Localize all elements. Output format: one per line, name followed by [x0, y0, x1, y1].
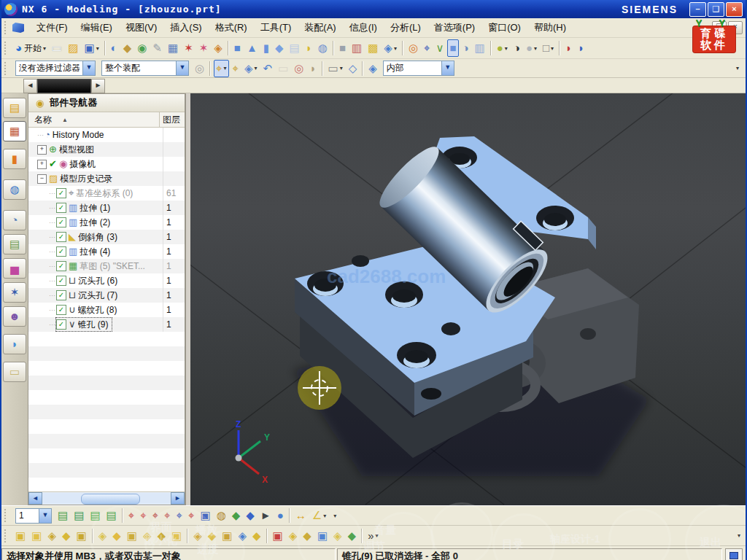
edit-params-icon[interactable]: ◈	[287, 527, 300, 545]
toolbar-overflow-icon[interactable]: ▾	[330, 507, 338, 524]
wcs-save-icon[interactable]: ▣	[198, 507, 212, 524]
tree-row[interactable]: ···✓▥拉伸 (1)1	[28, 201, 185, 215]
layers-icon[interactable]: ▩	[365, 39, 380, 57]
toolbar-overflow-icon[interactable]: ▾	[732, 60, 741, 77]
assembly-navigator-tab[interactable]: ▤	[3, 98, 26, 118]
layer-stack-icon-2[interactable]: ▤	[71, 507, 86, 524]
clip-window-icon[interactable]	[725, 548, 743, 560]
sync-pull-face-icon[interactable]: ◆	[206, 527, 219, 545]
tools-palette-tab[interactable]: ✶	[3, 282, 26, 303]
wcs-origin-icon[interactable]: ⌖	[138, 507, 148, 524]
block-feature-icon[interactable]: ■	[232, 39, 243, 57]
expression-icon[interactable]: ▣	[315, 527, 330, 545]
sew-icon[interactable]: ◆	[60, 527, 73, 545]
orient-csys-icon[interactable]: ⌖	[422, 39, 432, 57]
overflow-chevron-icon[interactable]: »▾	[365, 527, 380, 545]
point-loop-icon[interactable]: ✶	[197, 39, 211, 57]
columns-icon[interactable]: ▥	[349, 39, 364, 57]
tree-row[interactable]: ···✓▦草图 (5) "SKET...1	[28, 259, 185, 273]
layout-grid-icon[interactable]: ▦	[166, 39, 180, 57]
scroll-left-icon[interactable]: ◄	[23, 79, 37, 93]
interior-combo[interactable]: 内部 ▼	[383, 61, 454, 76]
offset-face-icon[interactable]: ◆	[155, 527, 168, 545]
menu-格式(R)[interactable]: 格式(R)	[209, 20, 254, 35]
cursor-icon[interactable]: ►	[258, 507, 274, 524]
start-button[interactable]: ◕开始▾	[13, 39, 48, 57]
mirror-feature-icon[interactable]: ◆	[110, 527, 123, 545]
playback-icon[interactable]: ◆	[346, 527, 359, 545]
horizontal-scrollbar[interactable]: ◄ ►	[28, 491, 185, 505]
expander-icon[interactable]: +	[37, 160, 47, 169]
menu-编辑(E)[interactable]: 编辑(E)	[74, 20, 119, 35]
target-icon[interactable]: ◎	[292, 60, 306, 77]
feature-checkbox[interactable]: ✓	[56, 319, 66, 330]
feature-checkbox[interactable]: ✓	[56, 276, 66, 286]
import-part-icon[interactable]: ◗	[576, 39, 587, 57]
close-button[interactable]: ×	[726, 2, 743, 17]
pages-icon[interactable]: ▤	[287, 39, 302, 57]
roles-tab[interactable]: ☻	[3, 306, 26, 327]
part-cleanup-icon[interactable]: ◈	[331, 527, 344, 545]
sync-move-face-icon[interactable]: ◈	[191, 527, 204, 545]
measure-angle-icon[interactable]: ∠▾	[310, 507, 328, 524]
chain-link-icon[interactable]: ◎	[193, 60, 206, 77]
snap-feature-icon[interactable]: ◈▾	[242, 60, 260, 77]
move-object-icon[interactable]: ◆	[230, 507, 243, 524]
trim-body-icon[interactable]: ▣	[125, 527, 139, 545]
layer-stack-icon-1[interactable]: ▤	[55, 507, 70, 524]
pattern-icon[interactable]: ◈	[96, 527, 109, 545]
open-folder-icon[interactable]: ▨	[66, 39, 80, 57]
tree-row[interactable]: ···✓∨锥孔 (9)1	[28, 317, 185, 332]
wrench-icon[interactable]: ◈	[212, 39, 225, 57]
rainbow-palette-tab[interactable]: ▅	[3, 258, 26, 279]
name-column-header[interactable]: 名称 ▲	[28, 112, 160, 127]
sync-replace-icon[interactable]: ◆	[250, 527, 263, 545]
feature-checkbox[interactable]: ✓	[56, 217, 66, 228]
snap-ball-icon[interactable]: ●	[275, 507, 286, 524]
part-navigator-tab[interactable]: ▦	[3, 121, 26, 141]
patch-icon[interactable]: ▣	[74, 527, 88, 545]
image-palette-tab[interactable]: ◗	[3, 334, 26, 354]
constraint-navigator-tab[interactable]: ▮	[3, 149, 26, 169]
menu-帮助(H)[interactable]: 帮助(H)	[527, 20, 573, 35]
menu-信息(I)[interactable]: 信息(I)	[343, 20, 384, 35]
shaded-cone-icon[interactable]: ◆	[121, 39, 134, 57]
goggles-icon[interactable]: ◍	[214, 507, 228, 524]
menu-分析(L)[interactable]: 分析(L)	[384, 20, 427, 35]
layer-settings-icon[interactable]: ▤	[88, 507, 102, 524]
brain-icon[interactable]: ◍	[316, 39, 330, 57]
menu-视图(V)[interactable]: 视图(V)	[119, 20, 163, 35]
scrollbar-thumb[interactable]	[81, 494, 140, 505]
feature-checkbox[interactable]: ✓	[56, 290, 66, 300]
selection-filter-combo[interactable]: 没有选择过滤器 ▼	[15, 61, 96, 76]
menu-窗口(O)[interactable]: 窗口(O)	[481, 20, 527, 35]
restore-button[interactable]: ❑	[708, 2, 724, 17]
suppress-icon[interactable]: ◆	[301, 527, 314, 545]
minimized-title-strip[interactable]	[37, 79, 91, 93]
tree-row[interactable]: −▨模型历史记录	[28, 171, 185, 186]
scale-body-icon[interactable]: ▣	[169, 527, 184, 545]
snap-point-icon[interactable]: ⌖▾	[214, 60, 228, 77]
background-icon[interactable]: ◑	[511, 39, 522, 57]
history-palette-tab[interactable]: ◔	[3, 210, 26, 230]
expander-icon[interactable]: +	[37, 145, 47, 155]
toolbar-overflow-icon[interactable]: ▾	[734, 527, 743, 545]
shaded-cube-icon[interactable]: ■	[447, 39, 458, 57]
eraser-icon[interactable]: ▭	[276, 60, 290, 77]
csys-icon[interactable]: ⌖	[174, 507, 185, 524]
pin-icon[interactable]: ◉	[36, 98, 44, 109]
fit-view-icon[interactable]: ◎	[406, 39, 420, 57]
snap-mid-icon[interactable]: ⌖	[231, 60, 241, 77]
material-sphere-icon[interactable]: ●▾	[524, 39, 539, 57]
new-file-icon[interactable]: ▭	[50, 39, 64, 57]
menu-首选项(P)[interactable]: 首选项(P)	[427, 20, 481, 35]
intersect-icon[interactable]: ◈	[45, 527, 58, 545]
expander-icon[interactable]: −	[37, 174, 47, 184]
undo-icon[interactable]: ↶	[261, 60, 275, 77]
feature-checkbox[interactable]: ✓	[56, 232, 66, 242]
lasso-rect-icon[interactable]: ▭▾	[326, 60, 345, 77]
boss-feature-icon[interactable]: ▲	[244, 39, 260, 57]
feature-checkbox[interactable]: ✓	[56, 246, 66, 257]
key-icon[interactable]: ◗	[303, 39, 314, 57]
subtract-icon[interactable]: ▣	[29, 527, 44, 545]
